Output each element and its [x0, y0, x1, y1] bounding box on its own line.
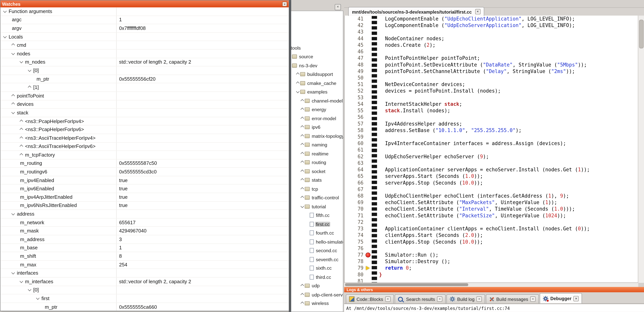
line-number[interactable]: 55	[345, 107, 365, 114]
line-number[interactable]: 52	[345, 88, 365, 94]
code-text[interactable]: clientApps.Stop (Seconds (10.0));	[379, 239, 483, 245]
tree-item[interactable]: stats	[291, 176, 344, 184]
line-marker[interactable]	[365, 15, 372, 22]
tree-item[interactable]: udp	[291, 281, 344, 290]
line-number[interactable]: 70	[345, 206, 365, 212]
collapse-icon[interactable]	[20, 60, 23, 63]
tree-item[interactable]: buildsupport	[291, 70, 344, 79]
line-number[interactable]: 71	[345, 212, 365, 219]
code-text[interactable]: pointToPoint.SetDeviceAttribute ("DataRa…	[379, 61, 587, 68]
line-marker[interactable]	[365, 68, 372, 75]
close-icon[interactable]: ×	[476, 297, 482, 302]
watch-row[interactable]: argv0x7fffffffdf08	[0, 24, 289, 33]
watch-row[interactable]: m_base1	[0, 244, 289, 252]
watch-row[interactable]: <ns3::AsciiTraceHelperForIpv6>	[0, 142, 289, 151]
line-number[interactable]: 69	[345, 199, 365, 206]
close-icon[interactable]: ×	[335, 4, 341, 10]
close-icon[interactable]: ×	[574, 296, 579, 301]
line-marker[interactable]	[365, 193, 372, 199]
tree-item[interactable]: tutorial	[291, 202, 344, 211]
watch-row[interactable]: pointToPoint	[0, 92, 289, 100]
line-marker[interactable]	[365, 121, 372, 127]
watch-row[interactable]: [0]	[0, 286, 289, 294]
line-marker[interactable]	[365, 219, 372, 225]
watch-row[interactable]: Locals	[0, 33, 289, 41]
line-marker[interactable]	[365, 258, 372, 265]
expand-icon[interactable]	[300, 293, 304, 296]
code-text[interactable]: PointToPointHelper pointToPoint;	[379, 55, 480, 61]
line-marker[interactable]	[365, 140, 372, 147]
watch-row[interactable]: m_ptr0x5555555ca660	[0, 303, 289, 311]
collapse-icon[interactable]	[28, 68, 31, 72]
collapse-icon[interactable]	[11, 51, 15, 55]
line-marker[interactable]	[365, 134, 372, 140]
collapse-icon[interactable]	[300, 204, 304, 208]
expand-icon[interactable]	[28, 86, 31, 89]
tree-item[interactable]: realtime	[291, 149, 344, 158]
expand-icon[interactable]	[20, 119, 23, 123]
line-marker[interactable]	[365, 42, 372, 48]
collapse-icon[interactable]	[20, 279, 23, 283]
tree-item[interactable]: error-model	[291, 114, 344, 123]
line-marker[interactable]	[365, 245, 372, 252]
line-number[interactable]: 49	[345, 68, 365, 75]
expand-icon[interactable]	[296, 81, 300, 85]
watch-row[interactable]: m_shift8	[0, 252, 289, 261]
expand-icon[interactable]	[20, 128, 23, 131]
line-number[interactable]: 76	[345, 245, 365, 252]
code-text[interactable]: address.SetBase ("10.1.1.0", "255.255.25…	[379, 127, 522, 134]
watch-row[interactable]: m_ipv4Enabledtrue	[0, 176, 289, 185]
code-text[interactable]: ApplicationContainer clientApps = echoCl…	[379, 225, 590, 232]
code-text[interactable]: nodes.Create (2);	[379, 42, 436, 48]
line-marker[interactable]	[365, 160, 372, 166]
tree-item[interactable]: socket	[291, 167, 344, 176]
editor-tab[interactable]: mnt/dev/tools/source/ns-3-dev/examples/t…	[348, 7, 484, 16]
watch-row[interactable]: m_max254	[0, 261, 289, 269]
expand-icon[interactable]	[300, 117, 304, 120]
tree-item[interactable]: source	[291, 52, 344, 61]
expand-icon[interactable]	[300, 134, 304, 138]
watch-row[interactable]: address	[0, 210, 289, 218]
line-marker[interactable]	[365, 35, 372, 42]
code-text[interactable]: devices = pointToPoint.Install (nodes);	[379, 88, 501, 94]
tree-item[interactable]: wireless	[291, 299, 344, 308]
collapse-icon[interactable]	[28, 288, 31, 291]
line-number[interactable]: 79	[345, 265, 365, 271]
line-marker[interactable]	[365, 81, 372, 88]
watch-row[interactable]: m_routing0x555555587c50	[0, 159, 289, 168]
line-marker[interactable]	[365, 252, 372, 258]
line-number[interactable]: 53	[345, 94, 365, 101]
line-marker[interactable]	[365, 88, 372, 94]
expand-icon[interactable]	[20, 153, 23, 156]
tree-item[interactable]: fourth.cc	[291, 229, 344, 237]
watch-row[interactable]: [0]	[0, 66, 289, 75]
tree-item[interactable]: third.cc	[291, 273, 344, 281]
line-marker[interactable]	[365, 147, 372, 153]
tree-item[interactable]: routing	[291, 158, 344, 167]
expand-icon[interactable]	[300, 196, 304, 199]
expand-icon[interactable]	[300, 170, 304, 173]
code-text[interactable]: stack.Install (nodes);	[379, 107, 450, 114]
code-text[interactable]: return 0;	[379, 265, 412, 271]
code-text[interactable]: UdpEchoServerHelper echoServer (9);	[379, 153, 489, 160]
watch-row[interactable]: <ns3::PcapHelperForIpv4>	[0, 117, 289, 126]
watch-row[interactable]: m_ipv6NsRsJitterEnabledtrue	[0, 202, 289, 210]
line-number[interactable]: 65	[345, 173, 365, 179]
watch-row[interactable]: m_routingv60x5555555cd3c0	[0, 168, 289, 176]
line-number[interactable]: 58	[345, 127, 365, 134]
line-marker[interactable]	[365, 153, 372, 160]
log-tab-debugger[interactable]: Debugger×	[540, 293, 582, 303]
line-marker[interactable]	[365, 179, 372, 186]
line-marker[interactable]	[365, 278, 372, 283]
line-marker[interactable]	[365, 29, 372, 35]
tree-item[interactable]: naming	[291, 141, 344, 149]
expand-icon[interactable]	[300, 178, 304, 182]
collapse-icon[interactable]	[11, 111, 15, 114]
code-text[interactable]: NodeContainer nodes;	[379, 35, 444, 42]
watch-row[interactable]: interfaces	[0, 269, 289, 278]
log-tab-build-messages[interactable]: Build messages×	[486, 294, 539, 303]
watch-row[interactable]: <ns3::AsciiTraceHelperForIpv4>	[0, 134, 289, 142]
scrollbar-thumb[interactable]	[345, 283, 468, 286]
watch-row[interactable]: m_mask4294967040	[0, 227, 289, 235]
watch-row[interactable]: m_ipv6Enabledtrue	[0, 185, 289, 193]
